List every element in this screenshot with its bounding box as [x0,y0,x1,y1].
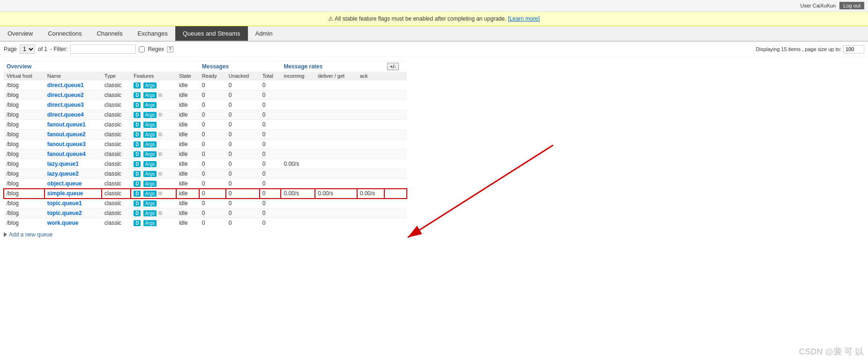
badge-args[interactable]: Args [143,151,157,157]
nav-exchanges[interactable]: Exchanges [130,26,175,41]
cell-vhost: /blog [4,169,45,179]
badge-d: D [134,220,141,226]
page-size-input[interactable] [843,45,864,53]
badge-args[interactable]: Args [143,210,157,216]
nav-overview[interactable]: Overview [0,26,40,41]
cell-total: 0 [260,159,281,169]
cell-deliver [315,218,357,228]
queue-name-link[interactable]: direct.queue3 [47,102,84,108]
cell-name: fanout.queue4 [45,149,102,159]
badge-args[interactable]: Args [143,112,157,118]
badge-args[interactable]: Args [143,200,157,207]
cell-incoming [281,81,315,90]
cell-state: idle [176,159,199,169]
badge-d: D [134,122,141,128]
cell-ack [357,110,384,120]
cell-unacked: 0 [226,140,260,149]
cell-type: classic [102,100,131,110]
badge-args[interactable]: Args [143,141,157,148]
of-label: of 1 [38,46,47,52]
plus-minus-button[interactable]: +/- [387,63,399,70]
cell-extra [384,110,407,120]
cell-total: 0 [260,130,281,140]
cell-incoming: 0.00/s [281,189,315,199]
col-vhost: Virtual host [4,72,45,81]
learn-more-link[interactable]: [Learn more] [508,15,540,22]
queue-name-link[interactable]: topic.queue2 [47,210,82,216]
cell-type: classic [102,90,131,100]
small-square-icon [158,211,162,215]
regex-checkbox[interactable] [139,46,145,52]
badge-args[interactable]: Args [143,181,157,187]
badge-args[interactable]: Args [143,220,157,226]
queue-name-link[interactable]: direct.queue2 [47,92,84,98]
cell-vhost: /blog [4,179,45,189]
cell-ready: 0 [199,199,226,208]
add-queue-section[interactable]: Add a new queue [4,231,864,238]
badge-args[interactable]: Args [143,102,157,108]
cell-state: idle [176,120,199,130]
cell-type: classic [102,199,131,208]
cell-extra [384,189,407,199]
cell-ready: 0 [199,169,226,179]
page-select[interactable]: 1 [20,44,35,54]
table-row: /blog topic.queue1 classic D Args idle 0… [4,199,407,208]
cell-features: D Args [131,208,176,218]
queue-name-link[interactable]: fanout.queue4 [47,151,86,157]
cell-deliver [315,199,357,208]
queue-name-link[interactable]: fanout.queue3 [47,141,86,148]
filter-input[interactable] [70,44,136,54]
logout-button[interactable]: Log out [839,2,864,9]
cell-incoming [281,199,315,208]
queue-table: Overview Messages Message rates +/- Virt… [4,61,407,228]
queue-name-link[interactable]: fanout.queue1 [47,121,86,128]
queue-name-link[interactable]: lazy.queue2 [47,170,79,177]
cell-ready: 0 [199,130,226,140]
cell-deliver [315,208,357,218]
cell-incoming: 0.00/s [281,159,315,169]
badge-args[interactable]: Args [143,161,157,167]
queue-name-link[interactable]: work.queue [47,220,79,226]
cell-extra [384,169,407,179]
cell-unacked: 0 [226,90,260,100]
cell-ack [357,81,384,90]
col-name: Name [45,72,102,81]
badge-args[interactable]: Args [143,132,157,138]
table-row: /blog direct.queue3 classic D Args idle … [4,100,407,110]
queue-name-link[interactable]: direct.queue4 [47,111,84,118]
col-deliver: deliver / get [315,72,357,81]
cell-type: classic [102,179,131,189]
badge-d: D [134,82,141,89]
queue-name-link[interactable]: object.queue [47,180,82,187]
cell-features: D Args [131,149,176,159]
cell-type: classic [102,130,131,140]
badge-args[interactable]: Args [143,171,157,177]
cell-extra [384,81,407,90]
queue-name-link[interactable]: direct.queue1 [47,82,84,89]
nav-queues-streams[interactable]: Queues and Streams [175,26,248,41]
cell-vhost: /blog [4,140,45,149]
queue-name-link[interactable]: lazy.queue1 [47,161,79,167]
queue-name-link[interactable]: topic.queue1 [47,200,82,207]
cell-unacked: 0 [226,189,260,199]
regex-help[interactable]: ? [167,46,173,52]
cell-incoming [281,179,315,189]
cell-features: D Args [131,189,176,199]
small-square-icon [158,113,162,117]
queue-name-link[interactable]: simple.queue [47,190,83,197]
small-square-icon [158,192,162,195]
displaying-label: Displaying 15 items , page size up to: [756,46,841,52]
badge-args[interactable]: Args [143,92,157,98]
nav-admin[interactable]: Admin [248,26,280,41]
cell-unacked: 0 [226,100,260,110]
cell-deliver [315,159,357,169]
nav-channels[interactable]: Channels [89,26,130,41]
badge-args[interactable]: Args [143,82,157,89]
nav-connections[interactable]: Connections [40,26,89,41]
queue-name-link[interactable]: fanout.queue2 [47,131,86,138]
badge-args[interactable]: Args [143,122,157,128]
cell-name: topic.queue2 [45,208,102,218]
badge-args[interactable]: Args [143,191,157,197]
badge-d: D [134,191,141,197]
cell-unacked: 0 [226,159,260,169]
